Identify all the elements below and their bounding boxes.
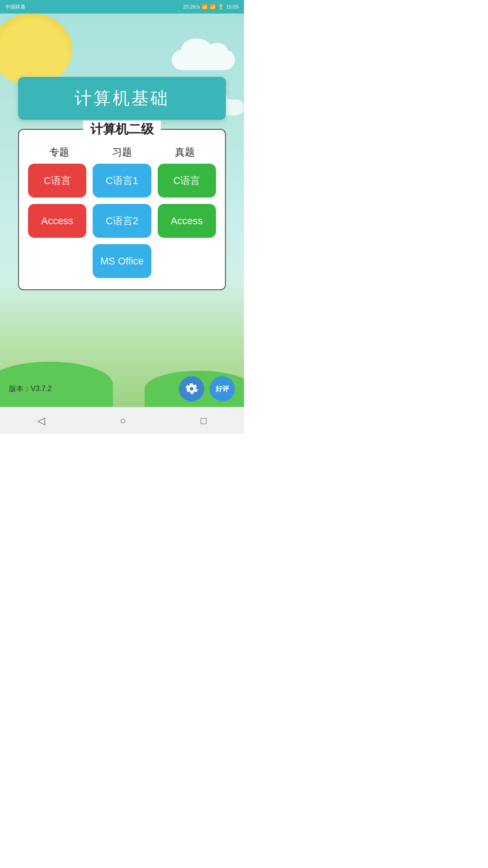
speed-label: 23.2K/s [183, 4, 200, 9]
btn-empty-2 [158, 244, 216, 278]
buttons-grid: C语言 C语言1 C语言 Access C语言2 Access MS Offic… [28, 164, 216, 278]
btn-xiti-clang2[interactable]: C语言2 [93, 204, 151, 238]
subject-card: 计算机二级 专题 习题 真题 C语言 C语言1 C语言 Access C语言2 … [18, 129, 226, 290]
main-content: 计算机基础 计算机二级 专题 习题 真题 C语言 C语言1 C语言 Access… [0, 14, 244, 407]
nav-back-icon[interactable]: ◁ [38, 415, 45, 427]
col-header-xiti: 习题 [91, 146, 154, 159]
time-label: 15:05 [226, 4, 239, 9]
signal-icon: 📶 [210, 4, 216, 10]
btn-empty-1 [28, 244, 86, 278]
app-title: 计算机基础 [75, 89, 169, 108]
title-banner: 计算机基础 [18, 77, 226, 120]
settings-button[interactable] [179, 376, 204, 401]
status-right: 23.2K/s 📶 📶 🔋 15:05 [183, 4, 239, 10]
btn-zhuanti-access[interactable]: Access [28, 204, 86, 238]
bottom-bar: 版本：V3.7.2 好评 [0, 371, 244, 407]
review-button[interactable]: 好评 [210, 376, 235, 401]
nav-recent-icon[interactable]: □ [201, 415, 206, 427]
wifi-icon: 📶 [202, 4, 208, 10]
nav-home-icon[interactable]: ○ [120, 415, 126, 427]
btn-xiti-msoffice[interactable]: MS Office [93, 244, 151, 278]
gear-icon [185, 382, 198, 395]
version-label: 版本：V3.7.2 [9, 384, 52, 394]
card-title: 计算机二级 [83, 121, 161, 138]
carrier-label: 中国联通 [5, 4, 25, 10]
btn-zhuanti-clang[interactable]: C语言 [28, 164, 86, 198]
bottom-buttons: 好评 [179, 376, 235, 401]
btn-xiti-clang1[interactable]: C语言1 [93, 164, 151, 198]
col-header-zhenti: 真题 [153, 146, 216, 159]
btn-zhenti-access[interactable]: Access [158, 204, 216, 238]
nav-bar: ◁ ○ □ [0, 407, 244, 434]
battery-icon: 🔋 [218, 4, 224, 10]
btn-zhenti-clang[interactable]: C语言 [158, 164, 216, 198]
col-header-zhuanti: 专题 [28, 146, 91, 159]
status-bar: 中国联通 23.2K/s 📶 📶 🔋 15:05 [0, 0, 244, 14]
grid-headers: 专题 习题 真题 [28, 146, 216, 159]
